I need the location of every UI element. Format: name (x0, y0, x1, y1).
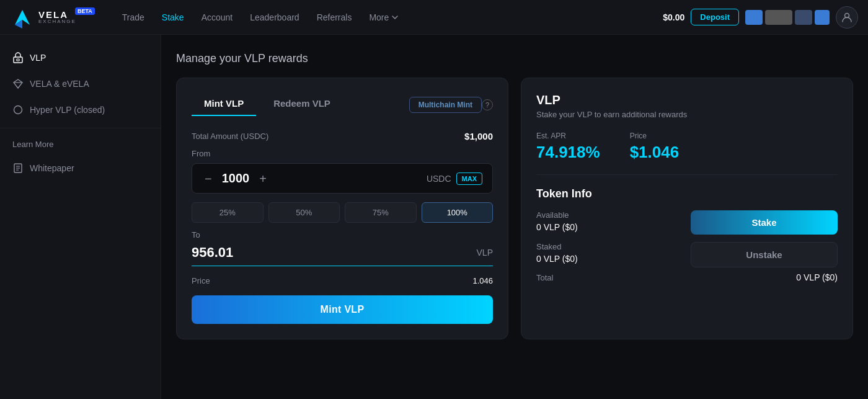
vela-logo-icon (10, 5, 35, 30)
available-label: Available (536, 210, 683, 220)
brand-name: VELA (38, 10, 76, 19)
to-amount-value: 956.01 (192, 244, 233, 261)
unstake-button[interactable]: Unstake (691, 242, 838, 267)
stake-btn-cell: Stake (691, 210, 838, 235)
logo-area[interactable]: VELA EXCHANGE BETA (10, 5, 100, 30)
svg-marker-5 (14, 79, 22, 88)
percent-buttons: 25% 50% 75% 100% (192, 202, 493, 223)
amount-value: 1000 (222, 171, 250, 186)
est-apr-label: Est. APR (536, 132, 600, 140)
theme-btn-3[interactable] (795, 10, 812, 25)
staked-block: Staked 0 VLP ($0) (536, 242, 683, 267)
max-button[interactable]: MAX (456, 173, 482, 185)
to-section: To 956.01 VLP (192, 230, 493, 266)
sidebar: VLP VELA & eVELA Hyper VLP (closed) Lear… (0, 35, 161, 399)
mint-vlp-button[interactable]: Mint VLP (192, 295, 493, 324)
total-amount-label: Total Amount (USDC) (192, 132, 268, 141)
sidebar-item-vlp[interactable]: VLP (0, 45, 161, 71)
apr-price-row: Est. APR 74.918% Price $1.046 (536, 132, 838, 162)
price-block: Price $1.046 (630, 132, 680, 162)
price-value: 1.046 (472, 276, 493, 285)
theme-btn-4[interactable] (815, 10, 830, 25)
deposit-button[interactable]: Deposit (691, 9, 739, 25)
help-icon[interactable]: ? (482, 99, 493, 110)
page-title: Manage your VLP rewards (176, 52, 853, 65)
sidebar-vela-label: VELA & eVELA (30, 79, 89, 89)
to-label: To (192, 230, 493, 240)
pct-100-button[interactable]: 100% (422, 202, 494, 223)
vlp-price-value: $1.046 (630, 143, 680, 162)
main-layout: VLP VELA & eVELA Hyper VLP (closed) Lear… (0, 35, 868, 399)
beta-badge: BETA (75, 7, 95, 15)
est-apr-value: 74.918% (536, 143, 600, 162)
sidebar-vlp-label: VLP (30, 53, 46, 63)
from-label: From (192, 149, 493, 158)
available-value: 0 VLP ($0) (536, 222, 683, 232)
sidebar-item-vela[interactable]: VELA & eVELA (0, 71, 161, 97)
nav-stake[interactable]: Stake (154, 9, 192, 26)
pct-75-button[interactable]: 75% (345, 202, 417, 223)
nav-referrals[interactable]: Referrals (309, 9, 360, 26)
tab-redeem-vlp[interactable]: Redeem VLP (261, 93, 343, 116)
nav-trade[interactable]: Trade (115, 9, 152, 26)
usdc-max-area: USDC MAX (427, 173, 482, 185)
divider (536, 174, 838, 175)
sidebar-learn-more[interactable]: Learn More (0, 133, 161, 155)
svg-point-7 (14, 106, 22, 114)
tab-mint-vlp[interactable]: Mint VLP (192, 93, 256, 116)
balance-display: $0.00 (663, 12, 684, 22)
vlp-subtitle: Stake your VLP to earn additional reward… (536, 110, 838, 119)
sidebar-whitepaper-label: Whitepaper (30, 163, 74, 173)
est-apr-block: Est. APR 74.918% (536, 132, 600, 162)
theme-buttons (745, 10, 830, 25)
total-row: Total 0 VLP ($0) (536, 267, 838, 282)
sidebar-whitepaper[interactable]: Whitepaper (0, 155, 161, 181)
chevron-down-icon (391, 14, 399, 21)
svg-rect-3 (14, 57, 22, 63)
svg-rect-4 (17, 59, 19, 61)
token-info-title: Token Info (536, 187, 838, 200)
stake-button[interactable]: Stake (691, 210, 838, 235)
staked-label: Staked (536, 242, 683, 251)
decrease-amount-button[interactable]: − (202, 173, 215, 185)
building-icon (12, 52, 24, 63)
amount-controls: − 1000 + (202, 171, 269, 186)
theme-btn-1[interactable] (745, 10, 763, 25)
unstake-btn-cell: Unstake (691, 242, 838, 267)
price-label: Price (192, 276, 210, 285)
pct-50-button[interactable]: 50% (268, 202, 340, 223)
nav-more-label: More (369, 12, 389, 22)
vlp-title: VLP (536, 93, 838, 107)
total-label: Total (536, 273, 553, 282)
card-grid: Mint VLP Redeem VLP Multichain Mint ? To… (176, 78, 853, 339)
theme-btn-2[interactable] (765, 10, 792, 25)
staked-value: 0 VLP ($0) (536, 254, 683, 264)
sidebar-item-hypervlp[interactable]: Hyper VLP (closed) (0, 97, 161, 123)
content-area: Manage your VLP rewards Mint VLP Redeem … (161, 35, 868, 399)
nav-links: Trade Stake Account Leaderboard Referral… (115, 9, 658, 26)
nav-account[interactable]: Account (194, 9, 241, 26)
diamond-icon (12, 78, 24, 89)
avatar-button[interactable] (836, 6, 858, 29)
multichain-mint-label: Multichain Mint (418, 101, 472, 109)
increase-amount-button[interactable]: + (257, 173, 269, 185)
pct-25-button[interactable]: 25% (192, 202, 264, 223)
amount-row: − 1000 + USDC MAX (192, 163, 493, 194)
multichain-mint-button[interactable]: Multichain Mint (409, 97, 482, 113)
circle-icon (12, 104, 24, 115)
total-value: 0 VLP ($0) (796, 272, 838, 282)
sidebar-divider (0, 128, 161, 128)
to-amount-row: 956.01 VLP (192, 244, 493, 266)
tab-bar: Mint VLP Redeem VLP Multichain Mint ? (192, 93, 493, 116)
available-block: Available 0 VLP ($0) (536, 210, 683, 235)
to-unit-label: VLP (477, 248, 493, 258)
total-amount-row: Total Amount (USDC) $1,000 (192, 131, 493, 141)
from-section: From − 1000 + USDC MAX (192, 149, 493, 194)
nav-more[interactable]: More (361, 9, 406, 26)
currency-label: USDC (427, 174, 451, 184)
token-info-grid: Available 0 VLP ($0) Stake Staked 0 VLP … (536, 210, 838, 267)
nav-right: $0.00 Deposit (663, 6, 858, 29)
nav-leaderboard[interactable]: Leaderboard (242, 9, 306, 26)
price-row: Price 1.046 (192, 276, 493, 285)
brand-sub: EXCHANGE (38, 19, 76, 24)
